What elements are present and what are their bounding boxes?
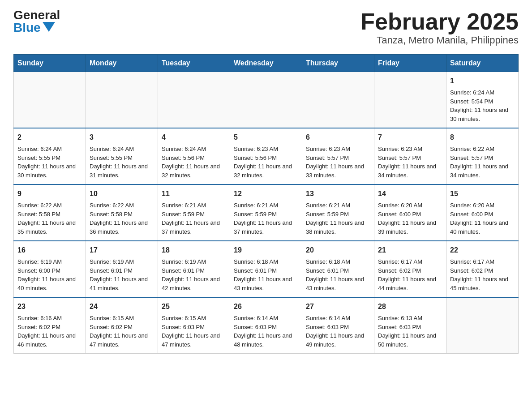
calendar-day-header: Sunday [14,55,86,72]
day-info: Sunset: 6:00 PM [450,210,515,219]
day-info: Sunrise: 6:14 AM [306,314,370,323]
calendar-day-header: Wednesday [230,55,302,72]
day-number: 27 [306,301,370,312]
day-info: Sunrise: 6:24 AM [450,88,515,97]
calendar-header: SundayMondayTuesdayWednesdayThursdayFrid… [14,55,519,72]
day-number: 2 [17,132,82,143]
title-block: February 2025 Tanza, Metro Manila, Phili… [360,9,519,46]
day-info: Sunset: 5:59 PM [306,210,370,219]
calendar-cell: 28Sunrise: 6:13 AMSunset: 6:03 PMDayligh… [374,297,446,354]
day-info: Daylight: 11 hours and 40 minutes. [17,275,82,292]
day-info: Sunset: 5:54 PM [450,97,515,106]
day-info: Sunrise: 6:18 AM [306,257,370,266]
calendar-cell: 20Sunrise: 6:18 AMSunset: 6:01 PMDayligh… [302,241,374,297]
day-info: Daylight: 11 hours and 43 minutes. [306,275,370,292]
calendar-cell [158,72,230,128]
calendar-cell: 11Sunrise: 6:21 AMSunset: 5:59 PMDayligh… [158,184,230,241]
day-info: Daylight: 11 hours and 30 minutes. [17,162,82,180]
day-info: Sunset: 6:03 PM [306,323,370,332]
calendar-cell: 25Sunrise: 6:15 AMSunset: 6:03 PMDayligh… [158,297,230,354]
calendar-cell: 4Sunrise: 6:24 AMSunset: 5:56 PMDaylight… [158,128,230,184]
calendar-cell: 14Sunrise: 6:20 AMSunset: 6:00 PMDayligh… [374,184,446,241]
calendar-body: 1Sunrise: 6:24 AMSunset: 5:54 PMDaylight… [14,72,519,354]
calendar-cell: 1Sunrise: 6:24 AMSunset: 5:54 PMDaylight… [446,72,519,128]
day-info: Daylight: 11 hours and 50 minutes. [378,331,442,349]
day-number: 14 [378,188,442,199]
day-number: 25 [162,301,226,312]
calendar-cell: 15Sunrise: 6:20 AMSunset: 6:00 PMDayligh… [446,184,519,241]
day-info: Daylight: 11 hours and 32 minutes. [234,162,298,180]
day-info: Daylight: 11 hours and 37 minutes. [162,218,226,236]
day-info: Sunset: 6:01 PM [162,266,226,275]
day-info: Daylight: 11 hours and 36 minutes. [90,218,154,236]
calendar-cell: 27Sunrise: 6:14 AMSunset: 6:03 PMDayligh… [302,297,374,354]
page-subtitle: Tanza, Metro Manila, Philippines [360,34,519,46]
calendar-cell: 13Sunrise: 6:21 AMSunset: 5:59 PMDayligh… [302,184,374,241]
day-info: Sunset: 6:03 PM [234,323,298,332]
calendar-cell [230,72,302,128]
day-info: Sunrise: 6:21 AM [306,201,370,210]
calendar-cell: 18Sunrise: 6:19 AMSunset: 6:01 PMDayligh… [158,241,230,297]
day-info: Daylight: 11 hours and 39 minutes. [378,218,442,236]
day-info: Daylight: 11 hours and 37 minutes. [234,218,298,236]
day-info: Daylight: 11 hours and 46 minutes. [17,331,82,349]
day-info: Sunrise: 6:19 AM [17,257,82,266]
day-info: Daylight: 11 hours and 45 minutes. [450,275,515,292]
day-number: 16 [17,245,82,256]
day-info: Daylight: 11 hours and 42 minutes. [162,275,226,292]
calendar-week-row: 2Sunrise: 6:24 AMSunset: 5:55 PMDaylight… [14,128,519,184]
calendar-header-row: SundayMondayTuesdayWednesdayThursdayFrid… [14,55,519,72]
day-info: Sunrise: 6:17 AM [378,257,442,266]
calendar-cell: 8Sunrise: 6:22 AMSunset: 5:57 PMDaylight… [446,128,519,184]
day-info: Sunset: 6:01 PM [306,266,370,275]
day-info: Daylight: 11 hours and 41 minutes. [90,275,154,292]
calendar-day-header: Thursday [302,55,374,72]
calendar-week-row: 16Sunrise: 6:19 AMSunset: 6:00 PMDayligh… [14,241,519,297]
day-info: Daylight: 11 hours and 32 minutes. [162,162,226,180]
calendar-cell: 3Sunrise: 6:24 AMSunset: 5:55 PMDaylight… [86,128,158,184]
calendar-cell [14,72,86,128]
day-info: Daylight: 11 hours and 38 minutes. [306,218,370,236]
calendar-cell: 17Sunrise: 6:19 AMSunset: 6:01 PMDayligh… [86,241,158,297]
calendar-cell: 23Sunrise: 6:16 AMSunset: 6:02 PMDayligh… [14,297,86,354]
page-header: General Blue February 2025 Tanza, Metro … [13,9,519,46]
day-number: 21 [378,245,442,256]
day-info: Daylight: 11 hours and 40 minutes. [450,218,515,236]
day-info: Daylight: 11 hours and 34 minutes. [378,162,442,180]
logo-blue-text: Blue [13,21,55,34]
logo-general-text: General [13,9,60,21]
day-info: Sunrise: 6:20 AM [450,201,515,210]
day-info: Sunrise: 6:15 AM [90,314,154,323]
day-info: Daylight: 11 hours and 44 minutes. [378,275,442,292]
day-number: 6 [306,132,370,143]
day-info: Sunrise: 6:21 AM [234,201,298,210]
day-info: Sunset: 5:59 PM [234,210,298,219]
day-info: Sunset: 6:03 PM [162,323,226,332]
day-info: Sunset: 6:00 PM [17,266,82,275]
day-info: Sunset: 5:58 PM [17,210,82,219]
calendar-cell: 12Sunrise: 6:21 AMSunset: 5:59 PMDayligh… [230,184,302,241]
day-info: Daylight: 11 hours and 30 minutes. [450,106,515,123]
day-number: 9 [17,188,82,199]
day-number: 24 [90,301,154,312]
calendar-week-row: 1Sunrise: 6:24 AMSunset: 5:54 PMDaylight… [14,72,519,128]
day-number: 20 [306,245,370,256]
day-info: Sunrise: 6:14 AM [234,314,298,323]
day-number: 28 [378,301,442,312]
page-title: February 2025 [360,9,519,34]
day-info: Sunrise: 6:22 AM [90,201,154,210]
day-number: 3 [90,132,154,143]
calendar-week-row: 9Sunrise: 6:22 AMSunset: 5:58 PMDaylight… [14,184,519,241]
day-info: Sunset: 5:57 PM [306,154,370,163]
calendar-cell: 2Sunrise: 6:24 AMSunset: 5:55 PMDaylight… [14,128,86,184]
calendar-cell: 6Sunrise: 6:23 AMSunset: 5:57 PMDaylight… [302,128,374,184]
day-info: Sunrise: 6:20 AM [378,201,442,210]
calendar-cell: 24Sunrise: 6:15 AMSunset: 6:02 PMDayligh… [86,297,158,354]
day-info: Sunrise: 6:21 AM [162,201,226,210]
calendar-cell [302,72,374,128]
day-number: 18 [162,245,226,256]
day-info: Sunrise: 6:15 AM [162,314,226,323]
day-info: Sunrise: 6:24 AM [162,145,226,154]
day-number: 15 [450,188,515,199]
calendar-cell: 5Sunrise: 6:23 AMSunset: 5:56 PMDaylight… [230,128,302,184]
